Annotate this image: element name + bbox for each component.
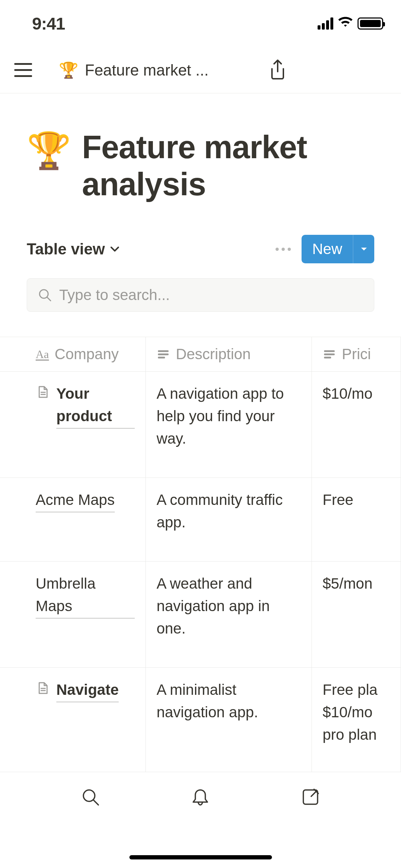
bottom-bar [0, 772, 401, 868]
svg-rect-1 [158, 350, 169, 352]
chevron-down-icon [360, 245, 368, 253]
text-property-icon [156, 347, 170, 361]
new-dropdown-button[interactable] [353, 235, 374, 263]
search-tab-button[interactable] [80, 786, 101, 808]
svg-rect-5 [324, 353, 335, 355]
cell-pricing[interactable]: Free [312, 478, 401, 562]
cell-company[interactable]: Acme Maps [0, 478, 146, 562]
column-header-description[interactable]: Description [146, 337, 312, 372]
data-table: Aa Company Description [0, 337, 401, 837]
page-title[interactable]: Feature market analysis [82, 129, 374, 203]
view-bar: Table view New [27, 235, 374, 263]
cell-pricing[interactable]: $10/mo [312, 372, 401, 478]
text-property-icon [323, 347, 336, 361]
cell-pricing[interactable]: Free pla $10/mo pro plan [312, 668, 401, 774]
page-emoji-icon[interactable]: 🏆 [27, 129, 71, 172]
view-selector[interactable]: Table view [27, 240, 120, 258]
notifications-tab-button[interactable] [190, 786, 211, 808]
company-name[interactable]: Acme Maps [36, 489, 115, 512]
cell-description[interactable]: A community traffic app. [146, 478, 312, 562]
cell-company[interactable]: Navigate [0, 668, 146, 774]
status-indicators [318, 17, 383, 30]
svg-rect-2 [158, 353, 169, 355]
column-label: Company [55, 346, 119, 363]
status-time: 9:41 [32, 14, 65, 33]
status-bar: 9:41 [0, 0, 401, 47]
share-button[interactable] [268, 59, 287, 82]
svg-rect-3 [158, 357, 165, 358]
more-options-button[interactable] [276, 248, 291, 251]
title-property-icon: Aa [36, 348, 49, 361]
table-row[interactable]: NavigateA minimalist navigation app.Free… [0, 668, 401, 774]
table-row[interactable]: Your productA navigation app to help you… [0, 372, 401, 478]
column-label: Prici [342, 346, 371, 363]
table-row[interactable]: Umbrella MapsA weather and navigation ap… [0, 562, 401, 668]
table-container: Aa Company Description [0, 337, 401, 837]
column-label: Description [176, 346, 251, 363]
nav-emoji-icon: 🏆 [59, 61, 78, 79]
svg-rect-4 [324, 350, 335, 352]
nav-title-wrap[interactable]: 🏆 Feature market ... [59, 61, 268, 79]
page-header: 🏆 Feature market analysis [27, 129, 374, 203]
cell-description[interactable]: A navigation app to help you find your w… [146, 372, 312, 478]
company-name[interactable]: Your product [56, 382, 135, 429]
company-name[interactable]: Umbrella Maps [36, 572, 135, 619]
column-header-company[interactable]: Aa Company [0, 337, 146, 372]
view-label: Table view [27, 240, 105, 258]
search-input[interactable] [59, 286, 363, 304]
new-button[interactable]: New [302, 235, 353, 263]
table-row[interactable]: Acme MapsA community traffic app.Free [0, 478, 401, 562]
company-name[interactable]: Navigate [56, 678, 119, 702]
column-header-pricing[interactable]: Prici [312, 337, 401, 372]
cell-description[interactable]: A minimalist navigation app. [146, 668, 312, 774]
cellular-signal-icon [318, 17, 333, 30]
compose-tab-button[interactable] [300, 786, 321, 808]
nav-title: Feature market ... [85, 61, 209, 79]
search-box[interactable] [27, 278, 374, 312]
new-button-group: New [302, 235, 374, 263]
page-icon [36, 382, 49, 405]
wifi-icon [338, 17, 353, 30]
nav-bar: 🏆 Feature market ... [0, 47, 401, 93]
cell-pricing[interactable]: $5/mon [312, 562, 401, 668]
battery-icon [358, 17, 383, 30]
search-icon [38, 288, 52, 302]
page-icon [36, 678, 49, 701]
cell-description[interactable]: A weather and navigation app in one. [146, 562, 312, 668]
svg-rect-6 [324, 357, 331, 358]
cell-company[interactable]: Umbrella Maps [0, 562, 146, 668]
cell-company[interactable]: Your product [0, 372, 146, 478]
chevron-down-icon [110, 244, 120, 254]
menu-button[interactable] [14, 60, 34, 80]
home-indicator[interactable] [129, 855, 272, 859]
